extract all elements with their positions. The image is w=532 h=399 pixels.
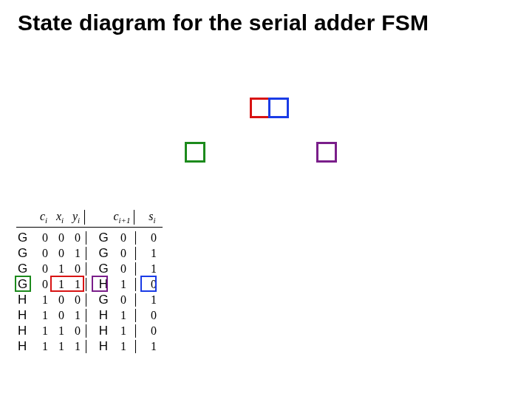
table-header-row: ci xi yi ci+1 si <box>16 210 163 228</box>
legend-square-purple <box>316 142 337 163</box>
table-row: H100G01 <box>16 292 163 307</box>
table-row: H110H10 <box>16 323 163 338</box>
cell-ci1: 0 <box>112 293 136 307</box>
cell-state-left: G <box>16 277 37 292</box>
cell-ci: 0 <box>37 247 53 260</box>
cell-state-right: G <box>95 262 112 276</box>
cell-ci: 0 <box>37 262 53 276</box>
cell-ci: 1 <box>37 309 53 322</box>
cell-ci1: 0 <box>112 262 136 276</box>
cell-state-left: G <box>16 262 37 276</box>
cell-ci: 0 <box>37 231 53 245</box>
cell-si: 0 <box>145 309 163 322</box>
cell-si: 0 <box>145 231 163 245</box>
table-row: G001G01 <box>16 245 163 261</box>
cell-ci1: 0 <box>112 231 136 245</box>
table-row: G010G01 <box>16 261 163 276</box>
cell-ci1: 1 <box>112 278 136 291</box>
cell-ci1: 1 <box>112 324 136 338</box>
cell-si: 0 <box>145 278 163 291</box>
cell-state-left: H <box>16 293 37 307</box>
cell-ci1: 1 <box>112 309 136 322</box>
header-xi: xi <box>52 210 68 225</box>
page-title: State diagram for the serial adder FSM <box>0 0 532 35</box>
cell-si: 1 <box>145 293 163 307</box>
cell-si: 1 <box>145 262 163 276</box>
cell-xi: 1 <box>53 262 69 276</box>
legend-square-red <box>250 98 270 118</box>
cell-state-left: G <box>16 231 37 245</box>
header-si: si <box>143 210 161 225</box>
legend-square-green <box>185 142 205 163</box>
cell-ci: 1 <box>37 293 53 307</box>
truth-table: ci xi yi ci+1 si G000G00G001G01G010G01G0… <box>16 210 163 354</box>
table-row: H111H11 <box>16 338 163 354</box>
cell-ci1: 1 <box>112 340 136 353</box>
cell-yi: 1 <box>69 247 86 260</box>
table-row: H101H10 <box>16 307 163 323</box>
cell-xi: 0 <box>53 231 69 245</box>
cell-state-left: H <box>16 324 37 338</box>
cell-yi: 0 <box>69 262 86 276</box>
cell-yi: 0 <box>69 324 86 338</box>
cell-ci: 0 <box>37 278 53 291</box>
header-ci: ci <box>35 210 52 225</box>
cell-yi: 0 <box>69 293 86 307</box>
cell-ci1: 0 <box>112 247 136 260</box>
cell-si: 1 <box>145 247 163 260</box>
cell-yi: 1 <box>69 309 86 322</box>
header-ci1: ci+1 <box>110 210 134 225</box>
table-row: G011H10 <box>16 276 163 292</box>
header-yi: yi <box>68 210 85 225</box>
cell-xi: 1 <box>53 278 69 291</box>
cell-yi: 0 <box>69 231 86 245</box>
cell-state-right: G <box>95 246 112 261</box>
cell-si: 0 <box>145 324 163 338</box>
cell-state-right: H <box>95 308 112 323</box>
legend-square-blue <box>268 98 289 118</box>
cell-xi: 1 <box>53 340 69 353</box>
cell-ci: 1 <box>37 340 53 353</box>
cell-si: 1 <box>145 340 163 353</box>
legend-pair <box>250 98 287 118</box>
cell-xi: 0 <box>53 247 69 260</box>
cell-xi: 0 <box>53 309 69 322</box>
cell-xi: 1 <box>53 324 69 338</box>
cell-state-left: G <box>16 246 37 261</box>
cell-state-right: G <box>95 293 112 307</box>
cell-state-left: H <box>16 339 37 354</box>
cell-yi: 1 <box>69 278 86 291</box>
cell-state-right: H <box>95 339 112 354</box>
cell-yi: 1 <box>69 340 86 353</box>
table-row: G000G00 <box>16 230 163 245</box>
cell-state-right: H <box>95 277 112 292</box>
cell-state-left: H <box>16 308 37 323</box>
cell-state-right: H <box>95 324 112 338</box>
cell-state-right: G <box>95 231 112 245</box>
cell-ci: 1 <box>37 324 53 338</box>
cell-xi: 0 <box>53 293 69 307</box>
